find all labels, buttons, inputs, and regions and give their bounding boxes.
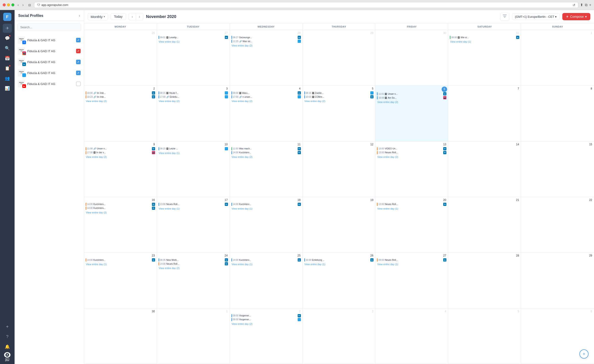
- view-entire-day-w0d2[interactable]: View entire day (2): [231, 44, 302, 47]
- rail-item-reports[interactable]: 📋: [3, 64, 12, 73]
- profile-item-2[interactable]: FIDUCIAON 📷 Fiducia & GAD IT AG ✓: [14, 46, 84, 56]
- cal-cell-w2d0[interactable]: 911:00🔗Unser n...in17:00🖼In der v...📷Vie…: [84, 142, 157, 197]
- view-entire-day-w3d2[interactable]: View entire day (1): [231, 207, 302, 210]
- rail-item-search[interactable]: 🔍: [3, 44, 12, 53]
- cal-cell-w5d3[interactable]: 3: [303, 308, 376, 364]
- event-w1d1e0[interactable]: 08:15🖼Heute f...🐦: [158, 91, 229, 95]
- cal-cell-w1d1[interactable]: 308:15🖼Heute f...🐦17:00🔗Einleitu...🐦View…: [157, 86, 230, 141]
- view-entire-day-w1d3[interactable]: View entire day (2): [304, 99, 374, 103]
- back-button[interactable]: ‹: [16, 2, 20, 7]
- rail-item-calendar[interactable]: 📅: [3, 54, 12, 63]
- event-w1d0e0[interactable]: 10:00🔗Im Inte...in: [85, 91, 156, 95]
- event-w3d4e0[interactable]: 13:00Neues Roll...in: [376, 202, 447, 206]
- cal-cell-w3d2[interactable]: 1814:00Kurzinterv...inView entire day (1…: [230, 197, 303, 252]
- view-entire-day-w0d1[interactable]: View entire day (1): [158, 40, 229, 43]
- event-w3d0e1[interactable]: 14:00Kurzinterv...in: [85, 206, 156, 210]
- cal-cell-w0d3[interactable]: 29: [303, 30, 376, 85]
- event-w0d2e1[interactable]: 11:25🔗Was sic...🐦: [231, 39, 302, 43]
- cal-cell-w2d6[interactable]: 15: [521, 142, 594, 197]
- cal-cell-w4d1[interactable]: 2408:35New Work...in14:00Neues Roll...in…: [157, 253, 230, 308]
- search-input[interactable]: [17, 23, 81, 31]
- cal-cell-w1d4[interactable]: 611:01🖼Unser n...in16:06🖼Am So...📷View e…: [375, 86, 448, 141]
- event-w1d4e0[interactable]: 11:01🖼Unser n...in: [376, 92, 447, 96]
- event-w4d3e0[interactable]: 16:00Einleitung ...in: [304, 258, 374, 262]
- prev-month-button[interactable]: ‹: [129, 13, 136, 20]
- profile-checkbox-5[interactable]: [76, 81, 81, 86]
- view-entire-day-w2d0[interactable]: View entire day (2): [85, 155, 156, 159]
- cal-cell-w5d0[interactable]: 30: [84, 308, 157, 364]
- help-icon[interactable]: ?: [3, 332, 12, 341]
- view-entire-day-w4d4[interactable]: View entire day (1): [376, 263, 447, 266]
- event-w3d2e0[interactable]: 14:00Kurzinterv...in: [231, 202, 302, 206]
- profile-checkbox-1[interactable]: ✓: [76, 38, 81, 42]
- event-w1d3e0[interactable]: 08:15🖼Zweite...🐦: [304, 91, 374, 95]
- cal-cell-w4d2[interactable]: 2514:00Kurzinterv...inView entire day (1…: [230, 253, 303, 308]
- share-button[interactable]: ⬆: [580, 3, 583, 7]
- view-entire-day-w0d5[interactable]: View entire day (1): [449, 40, 520, 43]
- cal-cell-w4d5[interactable]: 28: [448, 253, 521, 308]
- view-selector[interactable]: Monthly ▾: [88, 13, 108, 20]
- event-w4d4e0[interactable]: 09:00Neues Roll...in: [376, 258, 447, 262]
- event-w2d4e0[interactable]: 13:00VIDEO Un...in: [376, 147, 447, 151]
- event-w1d3e1[interactable]: 10:03🖼COMre...in: [304, 95, 374, 99]
- cal-cell-w2d4[interactable]: 1313:00VIDEO Un...in13:00Neues Roll...in…: [375, 142, 448, 197]
- view-entire-day-w2d4[interactable]: View entire day (2): [376, 155, 447, 159]
- profile-item-4[interactable]: FIDUCIAON 🐦 Fiducia & GAD IT AG ✓: [14, 67, 84, 78]
- profile-item-3[interactable]: FIDUCIAON in Fiducia & GAD IT AG ✓: [14, 56, 84, 67]
- event-w2d1e0[interactable]: 08:15🖼Letzte ...🐦: [158, 147, 229, 151]
- compose-button[interactable]: ✈ Compose ▾: [562, 13, 590, 20]
- sidebar-collapse-button[interactable]: ‹: [79, 14, 80, 18]
- reload-button[interactable]: ↺: [573, 3, 575, 7]
- event-w4d1e1[interactable]: 14:00Neues Roll...in: [158, 262, 229, 266]
- event-w5d2e0[interactable]: 09:00Vorgemer...in: [231, 314, 302, 317]
- cal-cell-w0d2[interactable]: 2809:27Gezwunge...in11:25🔗Was sic...🐦Vie…: [230, 30, 303, 85]
- address-bar[interactable]: 🛡 app.agorapulse.com ↺: [34, 2, 578, 8]
- event-w3d0e0[interactable]: 14:00Kurzinterv...in: [85, 202, 156, 206]
- cal-cell-w0d5[interactable]: 3108:00🖼Wie si...inView entire day (1): [448, 30, 521, 85]
- cal-cell-w3d4[interactable]: 2013:00Neues Roll...inView entire day (1…: [375, 197, 448, 252]
- cal-cell-w3d0[interactable]: 1614:00Kurzinterv...in14:00Kurzinterv...…: [84, 197, 157, 252]
- cal-cell-w4d3[interactable]: 2616:00Einleitung ...inView entire day (…: [303, 253, 376, 308]
- event-w4d2e0[interactable]: 14:00Kurzinterv...in: [231, 258, 302, 262]
- timezone-selector[interactable]: (GMT+1) Europe/Berlin - CET ▾: [512, 13, 560, 20]
- close-button[interactable]: [3, 3, 6, 6]
- profile-item-5[interactable]: FIDUCIAON ▶ Fiducia & GAD IT AG: [14, 78, 84, 89]
- cal-cell-w1d6[interactable]: 8: [521, 86, 594, 141]
- view-entire-day-w5d2[interactable]: View entire day (2): [231, 322, 302, 326]
- view-entire-day-w4d3[interactable]: View entire day (1): [304, 263, 374, 266]
- rail-item-analytics[interactable]: 📊: [3, 84, 12, 93]
- event-w3d1e0[interactable]: 13:00Neues Roll...in: [158, 202, 229, 206]
- event-w1d0e1[interactable]: 10:23🔗Im Inte...in: [85, 95, 156, 99]
- event-w4d1e0[interactable]: 08:35New Work...in: [158, 258, 229, 262]
- fullscreen-button[interactable]: ⧉: [585, 3, 587, 7]
- cal-cell-w5d4[interactable]: 4: [375, 308, 448, 364]
- view-entire-day-w2d1[interactable]: View entire day (1): [158, 151, 229, 155]
- view-entire-day-w2d2[interactable]: View entire day (2): [231, 155, 302, 159]
- event-w2d2e1[interactable]: 14:00Kurzinterv...in: [231, 151, 302, 155]
- cal-cell-w3d6[interactable]: 22: [521, 197, 594, 252]
- bell-icon[interactable]: 🔔: [3, 342, 12, 351]
- cal-cell-w5d5[interactable]: 5: [448, 308, 521, 364]
- today-button[interactable]: Today: [111, 13, 126, 20]
- forward-button[interactable]: ›: [21, 2, 25, 7]
- profile-item-1[interactable]: FIDUCIAON f Fiducia & GAD IT AG ✓: [14, 35, 84, 46]
- profile-checkbox-4[interactable]: ✓: [76, 71, 81, 75]
- cal-cell-w2d3[interactable]: 12: [303, 142, 376, 197]
- event-w2d2e0[interactable]: 11:50Was mach...in: [231, 147, 302, 151]
- cal-cell-w1d0[interactable]: 210:00🔗Im Inte...in10:23🔗Im Inte...inVie…: [84, 86, 157, 141]
- event-w0d1e0[interactable]: 09:01🖼Lesetip...in: [158, 35, 229, 39]
- cal-cell-w2d2[interactable]: 1111:50Was mach...in14:00Kurzinterv...in…: [230, 142, 303, 197]
- event-w2d0e1[interactable]: 17:00🖼In der v...📷: [85, 151, 156, 155]
- user-avatar[interactable]: F: [3, 13, 11, 21]
- cal-cell-w0d1[interactable]: 2709:01🖼Lesetip...inView entire day (1): [157, 30, 230, 85]
- view-entire-day-w1d1[interactable]: View entire day (2): [158, 99, 229, 103]
- add-tab-button[interactable]: +: [589, 3, 591, 7]
- cal-cell-w1d3[interactable]: 508:15🖼Zweite...🐦10:03🖼COMre...inView en…: [303, 86, 376, 141]
- cal-cell-w3d1[interactable]: 1713:00Neues Roll...inView entire day (1…: [157, 197, 230, 252]
- cal-cell-w3d5[interactable]: 21: [448, 197, 521, 252]
- event-w2d0e0[interactable]: 11:00🔗Unser n...in: [85, 147, 156, 151]
- cal-cell-w1d2[interactable]: 409:00🖼Waru...in17:00🔗n unser...🐦View en…: [230, 86, 303, 141]
- event-w1d1e1[interactable]: 17:00🔗Einleitu...🐦: [158, 95, 229, 99]
- event-w2d4e1[interactable]: 13:00Neues Roll...in: [376, 151, 447, 155]
- filter-button[interactable]: [500, 13, 509, 20]
